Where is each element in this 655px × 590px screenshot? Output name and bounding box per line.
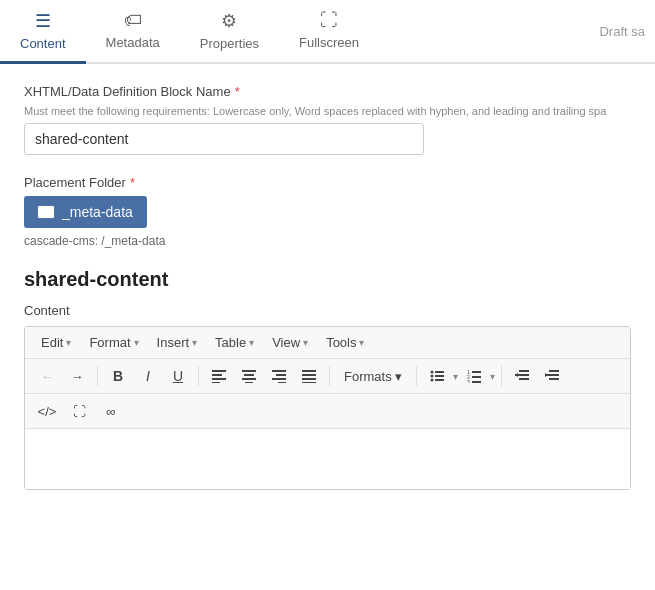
svg-marker-35 <box>545 373 548 377</box>
svg-rect-2 <box>212 378 226 380</box>
svg-rect-6 <box>242 378 256 380</box>
svg-text:3.: 3. <box>467 379 471 383</box>
svg-rect-13 <box>302 374 316 376</box>
menu-tools[interactable]: Tools ▾ <box>318 331 372 354</box>
svg-rect-9 <box>276 374 286 376</box>
indent-button[interactable] <box>538 363 566 389</box>
section-title: shared-content <box>24 268 631 291</box>
svg-rect-32 <box>549 370 559 372</box>
insert-chevron: ▾ <box>192 337 197 348</box>
align-right-button[interactable] <box>265 363 293 389</box>
ordered-list-chevron[interactable]: ▾ <box>490 371 495 382</box>
separator-3 <box>329 366 330 386</box>
align-left-button[interactable] <box>205 363 233 389</box>
formats-chevron: ▾ <box>395 369 402 384</box>
unordered-list-chevron[interactable]: ▾ <box>453 371 458 382</box>
unordered-list-button[interactable] <box>423 363 451 389</box>
svg-rect-5 <box>244 374 254 376</box>
svg-rect-30 <box>519 378 529 380</box>
menu-format[interactable]: Format ▾ <box>81 331 146 354</box>
placement-folder-button[interactable]: _meta-data <box>24 196 147 228</box>
xhtml-label: XHTML/Data Definition Block Name * <box>24 84 631 99</box>
svg-marker-31 <box>515 373 518 377</box>
editor-container: Edit ▾ Format ▾ Insert ▾ Table ▾ View ▾ … <box>24 326 631 490</box>
draft-status: Draft sa <box>599 0 655 62</box>
menu-view[interactable]: View ▾ <box>264 331 316 354</box>
svg-rect-17 <box>435 371 444 373</box>
editor-formatting-toolbar: ← → B I U <box>25 359 630 394</box>
undo-button[interactable]: ← <box>33 363 61 389</box>
placement-required-star: * <box>130 175 135 190</box>
svg-point-16 <box>430 371 433 374</box>
svg-rect-7 <box>245 382 253 383</box>
ordered-list-button[interactable]: 1.2.3. <box>460 363 488 389</box>
svg-rect-8 <box>272 370 286 372</box>
separator-4 <box>416 366 417 386</box>
svg-rect-19 <box>435 375 444 377</box>
tab-properties-label: Properties <box>200 36 259 51</box>
placement-folder-group: Placement Folder * _meta-data cascade-cm… <box>24 175 631 248</box>
svg-rect-3 <box>212 382 220 383</box>
placement-label: Placement Folder * <box>24 175 631 190</box>
view-chevron: ▾ <box>303 337 308 348</box>
properties-icon: ⚙ <box>221 10 237 32</box>
folder-icon <box>38 206 54 218</box>
tools-chevron: ▾ <box>359 337 364 348</box>
fullscreen-editor-button[interactable]: ⛶ <box>65 398 93 424</box>
svg-rect-23 <box>472 371 481 373</box>
svg-rect-4 <box>242 370 256 372</box>
svg-rect-11 <box>278 382 286 383</box>
svg-rect-12 <box>302 370 316 372</box>
tab-fullscreen[interactable]: ⛶ Fullscreen <box>279 0 379 64</box>
xhtml-field-group: XHTML/Data Definition Block Name * Must … <box>24 84 631 155</box>
svg-rect-21 <box>435 379 444 381</box>
svg-rect-34 <box>549 378 559 380</box>
svg-rect-28 <box>519 370 529 372</box>
svg-rect-25 <box>472 376 481 378</box>
editor-menubar: Edit ▾ Format ▾ Insert ▾ Table ▾ View ▾ … <box>25 327 630 359</box>
format-chevron: ▾ <box>134 337 139 348</box>
tab-metadata-label: Metadata <box>106 35 160 50</box>
main-content: XHTML/Data Definition Block Name * Must … <box>0 64 655 510</box>
align-justify-button[interactable] <box>295 363 323 389</box>
editor-body[interactable] <box>25 429 630 489</box>
tab-content[interactable]: ☰ Content <box>0 0 86 64</box>
xhtml-required-star: * <box>235 84 240 99</box>
svg-point-18 <box>430 375 433 378</box>
tab-content-label: Content <box>20 36 66 51</box>
cascade-path: cascade-cms: /_meta-data <box>24 234 631 248</box>
italic-button[interactable]: I <box>134 363 162 389</box>
source-code-button[interactable]: </> <box>33 398 61 424</box>
separator-2 <box>198 366 199 386</box>
menu-insert[interactable]: Insert ▾ <box>149 331 206 354</box>
edit-chevron: ▾ <box>66 337 71 348</box>
top-navigation: ☰ Content 🏷 Metadata ⚙ Properties ⛶ Full… <box>0 0 655 64</box>
svg-point-20 <box>430 379 433 382</box>
redo-button[interactable]: → <box>63 363 91 389</box>
formats-dropdown[interactable]: Formats ▾ <box>336 365 410 388</box>
tab-metadata[interactable]: 🏷 Metadata <box>86 0 180 64</box>
fullscreen-icon: ⛶ <box>320 10 338 31</box>
menu-table[interactable]: Table ▾ <box>207 331 262 354</box>
separator-5 <box>501 366 502 386</box>
content-label: Content <box>24 303 631 318</box>
svg-rect-0 <box>212 370 226 372</box>
editor-row3-toolbar: </> ⛶ ∞ <box>25 394 630 429</box>
xhtml-name-input[interactable] <box>24 123 424 155</box>
svg-rect-15 <box>302 382 316 383</box>
underline-button[interactable]: U <box>164 363 192 389</box>
align-center-button[interactable] <box>235 363 263 389</box>
svg-rect-1 <box>212 374 222 376</box>
bold-button[interactable]: B <box>104 363 132 389</box>
svg-rect-14 <box>302 378 316 380</box>
tab-fullscreen-label: Fullscreen <box>299 35 359 50</box>
metadata-icon: 🏷 <box>124 10 142 31</box>
tab-properties[interactable]: ⚙ Properties <box>180 0 279 64</box>
link-button[interactable]: ∞ <box>97 398 125 424</box>
placement-folder-value: _meta-data <box>62 204 133 220</box>
table-chevron: ▾ <box>249 337 254 348</box>
outdent-button[interactable] <box>508 363 536 389</box>
content-icon: ☰ <box>35 10 51 32</box>
menu-edit[interactable]: Edit ▾ <box>33 331 79 354</box>
xhtml-hint: Must meet the following requirements: Lo… <box>24 105 631 117</box>
